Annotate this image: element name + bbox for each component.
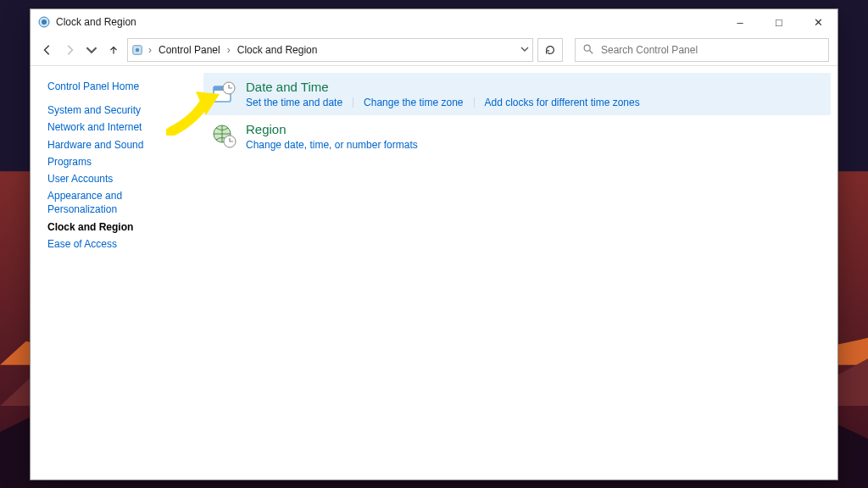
control-panel-icon [131, 44, 143, 56]
close-button[interactable]: ✕ [798, 9, 837, 35]
chevron-right-icon[interactable]: › [147, 44, 153, 56]
category-title[interactable]: Region [246, 122, 418, 136]
svg-point-3 [136, 48, 139, 52]
chevron-right-icon[interactable]: › [225, 44, 232, 56]
forward-button[interactable] [61, 42, 78, 58]
search-icon [582, 43, 594, 58]
breadcrumb-current[interactable]: Clock and Region [236, 44, 320, 56]
link-divider [353, 97, 353, 108]
window-title: Clock and Region [56, 16, 136, 28]
app-icon [37, 15, 51, 29]
window-controls: – □ ✕ [721, 9, 837, 35]
minimize-button[interactable]: – [721, 9, 760, 35]
category: RegionChange date, time, or number forma… [203, 115, 831, 158]
sidebar-item[interactable]: User Accounts [47, 172, 183, 186]
sidebar-item[interactable]: Network and Internet [47, 120, 183, 134]
search-box[interactable] [575, 38, 829, 62]
refresh-button[interactable] [537, 38, 563, 62]
address-dropdown-button[interactable] [520, 44, 529, 56]
sidebar-item[interactable]: Ease of Access [47, 237, 183, 251]
address-bar[interactable]: › Control Panel › Clock and Region [127, 38, 533, 62]
svg-point-4 [584, 45, 590, 51]
recent-locations-button[interactable] [83, 42, 100, 58]
category-sublink[interactable]: Change the time zone [364, 97, 463, 108]
category-sublink[interactable]: Set the time and date [246, 97, 342, 108]
clock-calendar-icon [210, 80, 237, 107]
category-title[interactable]: Date and Time [246, 80, 640, 94]
sidebar-item[interactable]: Appearance and Personalization [47, 189, 183, 216]
category-sublink[interactable]: Add clocks for different time zones [485, 97, 640, 108]
breadcrumb-root[interactable]: Control Panel [157, 44, 222, 56]
category: Date and TimeSet the time and dateChange… [203, 73, 831, 115]
content-area: Date and TimeSet the time and dateChange… [197, 66, 837, 480]
sidebar-home[interactable]: Control Panel Home [47, 80, 183, 93]
sidebar-item[interactable]: Hardware and Sound [47, 138, 183, 152]
category-sublink[interactable]: Change date, time, or number formats [246, 139, 418, 151]
toolbar: › Control Panel › Clock and Region [31, 35, 837, 66]
maximize-button[interactable]: □ [760, 9, 798, 35]
sidebar: Control Panel Home System and SecurityNe… [31, 66, 197, 480]
search-input[interactable] [599, 43, 821, 57]
globe-clock-icon [210, 122, 237, 149]
titlebar: Clock and Region – □ ✕ [31, 9, 837, 35]
sidebar-item[interactable]: System and Security [47, 103, 183, 117]
sidebar-item[interactable]: Clock and Region [47, 220, 183, 234]
up-button[interactable] [105, 42, 122, 58]
svg-point-1 [42, 19, 47, 25]
sidebar-item[interactable]: Programs [47, 155, 183, 169]
control-panel-window: Clock and Region – □ ✕ › Control Panel › [30, 8, 838, 480]
back-button[interactable] [39, 42, 56, 58]
svg-line-5 [590, 50, 593, 53]
link-divider [474, 97, 475, 108]
